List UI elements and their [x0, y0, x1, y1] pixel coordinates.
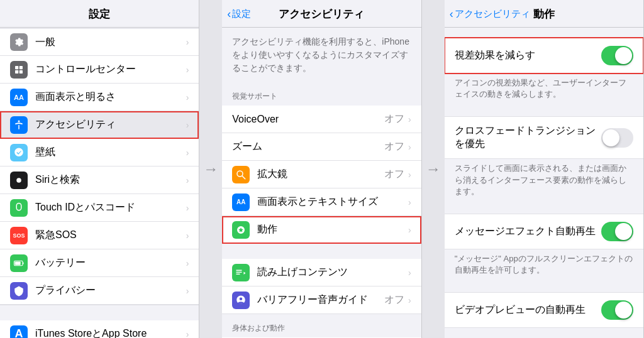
sos-chevron: › [186, 231, 189, 241]
svg-rect-9 [23, 262, 24, 264]
siri-chevron: › [186, 175, 189, 185]
itunes-label: iTunes StoreとApp Store [35, 327, 186, 338]
touch-id-chevron: › [186, 203, 189, 213]
display-text-chevron: › [408, 197, 411, 207]
settings-item-touch-id[interactable]: Touch IDとパスコード › [0, 194, 199, 222]
reduce-motion-toggle[interactable] [601, 46, 633, 65]
zoom-item[interactable]: ズーム オフ › [222, 133, 421, 161]
accessibility-label: アクセシビリティ [35, 118, 186, 131]
wallpaper-label: 壁紙 [35, 146, 186, 159]
itunes-chevron: › [186, 329, 189, 339]
settings-item-general[interactable]: 一般 › [0, 28, 199, 56]
section1-label: 視覚サポート [222, 82, 421, 106]
panel2-content: アクセシビリティ機能を利用すると、iPhoneをより使いやすくなるようにカスタマ… [222, 28, 421, 338]
voiceover-item[interactable]: VoiceOver オフ › [222, 106, 421, 133]
settings-item-privacy[interactable]: プライバシー › [0, 277, 199, 305]
reduce-motion-knob [615, 47, 632, 64]
panel3-header: ‹ アクセシビリティ 動作 [445, 0, 643, 28]
touch-id-label: Touch IDとパスコード [35, 201, 186, 214]
settings-item-siri[interactable]: Siriと検索 › [0, 166, 199, 194]
video-preview-knob [615, 302, 632, 319]
panel1-header: 設定 [0, 0, 199, 28]
sos-label: 緊急SOS [35, 229, 186, 242]
display-label: 画面表示と明るさ [35, 90, 186, 104]
settings-item-control-center[interactable]: コントロールセンター › [0, 56, 199, 84]
crossfade-label: クロスフェードトランジションを優先 [455, 124, 601, 151]
arrow1-icon: → [203, 160, 218, 178]
svg-line-13 [243, 176, 246, 179]
crossfade-knob [602, 129, 619, 146]
panel2-back-chevron: ‹ [227, 8, 231, 21]
audio-guide-item[interactable]: バリアフリー音声ガイド オフ › [222, 286, 421, 314]
privacy-chevron: › [186, 286, 189, 296]
reduce-motion-label: 視差効果を減らす [455, 49, 535, 62]
battery-chevron: › [186, 258, 189, 268]
svg-point-12 [237, 171, 243, 177]
panel2-back-button[interactable]: ‹ 設定 [227, 8, 251, 21]
magnifier-item[interactable]: 拡大鏡 オフ › [222, 161, 421, 188]
battery-icon [10, 254, 28, 272]
video-preview-toggle[interactable] [601, 300, 633, 320]
magnifier-chevron: › [408, 170, 411, 180]
privacy-label: プライバシー [35, 284, 186, 297]
svg-rect-4 [19, 70, 23, 73]
display-chevron: › [186, 92, 189, 102]
panel3-title: 動作 [533, 7, 555, 21]
message-effects-toggle[interactable] [601, 222, 633, 241]
battery-label: バッテリー [35, 256, 186, 270]
svg-rect-1 [15, 66, 18, 69]
accessibility-chevron: › [186, 120, 189, 130]
spoken-content-icon [232, 264, 250, 281]
wallpaper-chevron: › [186, 148, 189, 158]
motion-label: 動作 [257, 223, 408, 236]
display-text-item[interactable]: AA 画面表示とテキストサイズ › [222, 188, 421, 216]
reduce-motion-desc: アイコンの視差効果など、ユーザーインターフェイスの動きを減らします。 [445, 74, 643, 109]
zoom-label: ズーム [232, 140, 384, 153]
crossfade-toggle[interactable] [601, 128, 633, 148]
settings-item-itunes[interactable]: A iTunes StoreとApp Store › [0, 320, 199, 338]
accessibility-intro: アクセシビリティ機能を利用すると、iPhoneをより使いやすくなるようにカスタマ… [222, 28, 421, 82]
settings-item-display[interactable]: AA 画面表示と明るさ › [0, 84, 199, 111]
control-center-icon [10, 61, 28, 79]
privacy-icon [10, 282, 28, 300]
settings-panel: 設定 一般 › コントロールセンター › AA 画面表示と明るさ › アク [0, 0, 199, 338]
settings-item-accessibility[interactable]: アクセシビリティ › [0, 111, 199, 139]
panel1-content: 一般 › コントロールセンター › AA 画面表示と明るさ › アクセシビリティ… [0, 28, 199, 338]
panel3-content: 視差効果を減らす アイコンの視差効果など、ユーザーインターフェイスの動きを減らし… [445, 28, 643, 338]
wallpaper-icon [10, 144, 28, 161]
audio-guide-label: バリアフリー音声ガイド [257, 293, 384, 307]
panel1-title: 設定 [89, 7, 110, 21]
display-text-icon: AA [232, 194, 250, 211]
panel2-header: ‹ 設定 アクセシビリティ [222, 0, 421, 28]
itunes-icon: A [10, 325, 28, 339]
video-preview-label: ビデオプレビューの自動再生 [455, 303, 586, 317]
spoken-content-item[interactable]: 読み上げコンテンツ › [222, 259, 421, 286]
svg-point-5 [18, 120, 20, 122]
settings-item-sos[interactable]: SOS 緊急SOS › [0, 222, 199, 249]
crossfade-block: クロスフェードトランジションを優先 スライドして画面に表示される、または画面から… [445, 116, 643, 206]
svg-rect-3 [15, 70, 18, 73]
voiceover-value: オフ [384, 112, 404, 126]
panel2-back-label: 設定 [232, 8, 251, 20]
motion-item[interactable]: 動作 › [222, 216, 421, 244]
display-icon: AA [10, 89, 28, 106]
zoom-value: オフ [384, 140, 404, 153]
panel2-title: アクセシビリティ [279, 7, 364, 21]
arrow1: → [199, 0, 222, 338]
reduce-motion-block: 視差効果を減らす アイコンの視差効果など、ユーザーインターフェイスの動きを減らし… [445, 38, 643, 109]
magnifier-value: オフ [384, 168, 404, 181]
settings-item-battery[interactable]: バッテリー › [0, 249, 199, 277]
audio-guide-icon [232, 292, 250, 309]
video-preview-row: ビデオプレビューの自動再生 [445, 292, 643, 328]
arrow2-icon: → [426, 160, 441, 178]
control-center-label: コントロールセンター [35, 63, 186, 76]
control-center-chevron: › [186, 65, 189, 75]
general-label: 一般 [35, 36, 186, 49]
panel3-back-label: アクセシビリティ [455, 8, 530, 20]
touch-id-icon [10, 199, 28, 217]
settings-item-wallpaper[interactable]: 壁紙 › [0, 139, 199, 166]
motion-panel: ‹ アクセシビリティ 動作 視差効果を減らす アイコンの視差効果など、ユーザーイ… [445, 0, 644, 338]
audio-guide-value: オフ [384, 293, 404, 307]
panel3-back-button[interactable]: ‹ アクセシビリティ [450, 8, 530, 21]
message-effects-knob [615, 223, 632, 240]
